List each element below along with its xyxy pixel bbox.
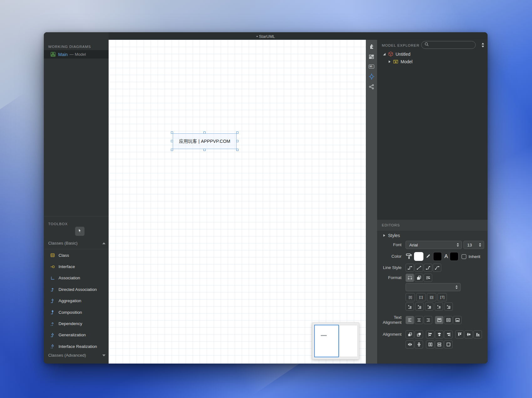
minimap[interactable] <box>312 323 359 359</box>
layout-grid-icon[interactable] <box>368 53 375 60</box>
resize-handle-nw[interactable] <box>171 132 173 134</box>
model-folder-icon <box>393 59 398 64</box>
same-height-button[interactable] <box>426 340 434 349</box>
font-color-icon[interactable]: A <box>444 253 448 260</box>
interface-realization-icon <box>50 344 55 349</box>
section-label: Classes (Basic) <box>48 241 78 246</box>
align-left-edges-button[interactable] <box>426 330 434 339</box>
model-search[interactable] <box>421 41 476 49</box>
toolbox-item-interface[interactable]: Interface <box>44 261 109 272</box>
titlebar[interactable]: • StarUML <box>44 32 488 40</box>
extensions-icon[interactable] <box>368 43 375 50</box>
distribute-vertically-button[interactable] <box>415 340 423 349</box>
display-option-row-2 <box>377 302 488 311</box>
tree-expanded-icon[interactable] <box>383 53 386 55</box>
fill-color-swatch[interactable] <box>414 252 423 261</box>
inherit-checkbox[interactable] <box>462 254 466 259</box>
line-style-oblique-button[interactable] <box>415 264 423 272</box>
show-namespace-button[interactable]: [□] <box>416 293 426 301</box>
distribute-horizontally-button[interactable] <box>406 340 414 349</box>
hide-history-button[interactable] <box>425 302 433 311</box>
hide-operations-button[interactable] <box>415 302 424 311</box>
line-style-label: Line Style <box>377 265 402 270</box>
text-valign-middle-button[interactable] <box>444 316 453 324</box>
toolbox-item-label: Dependency <box>59 321 82 326</box>
text-align-left-button[interactable] <box>406 316 414 324</box>
format-show-duplicate-button[interactable] <box>415 274 423 282</box>
toolbox-item-interface-realization[interactable]: Interface Realization <box>44 341 109 352</box>
resize-handle-s[interactable] <box>203 149 206 151</box>
tree-item-label: Untitled <box>396 52 410 57</box>
align-bottom-edges-button[interactable] <box>473 330 482 339</box>
align-top-edges-button[interactable] <box>455 330 464 339</box>
toolbox-item-dependency[interactable]: Dependency <box>44 318 109 329</box>
text-align-right-button[interactable] <box>424 316 432 324</box>
format-word-wrap-button[interactable] <box>424 274 432 282</box>
alignment-row-2 <box>377 340 488 349</box>
line-color-swatch[interactable] <box>433 252 442 261</box>
sort-toggle-icon[interactable] <box>480 42 485 48</box>
resize-handle-n[interactable] <box>203 132 206 134</box>
toolbox-item-class[interactable]: Class <box>44 250 109 261</box>
hide-box-button[interactable] <box>444 302 453 311</box>
markdown-icon[interactable]: M↓ <box>368 63 375 70</box>
same-size-button[interactable] <box>444 340 453 349</box>
text-valign-top-button[interactable] <box>435 316 443 324</box>
text-align-center-button[interactable] <box>415 316 423 324</box>
tree-item-model[interactable]: Model <box>377 58 488 65</box>
styles-section-toggle[interactable]: Styles <box>383 232 488 239</box>
send-to-back-button[interactable] <box>415 330 423 339</box>
toolbox-item-label: Generalization <box>59 333 86 337</box>
project-cube-icon <box>388 51 393 57</box>
selected-text-element[interactable]: 应用玩客 | APPPVP.COM <box>173 133 237 149</box>
font-size-select[interactable]: 13 <box>463 241 484 249</box>
toolbox-item-label: Interface Realization <box>59 344 97 349</box>
text-valign-bottom-button[interactable] <box>453 316 462 324</box>
resize-handle-se[interactable] <box>236 149 238 151</box>
toolbox-section-classes-basic[interactable]: Classes (Basic) <box>48 241 105 246</box>
show-parameters-button[interactable]: [()] <box>427 293 436 301</box>
line-style-row: Line Style <box>377 264 488 272</box>
show-type-button[interactable]: [:T] <box>437 293 447 301</box>
minimap-next-page[interactable] <box>340 325 357 357</box>
tree-collapsed-icon[interactable] <box>389 60 391 63</box>
resize-handle-e[interactable] <box>236 140 238 142</box>
show-stereotype-button[interactable]: [‡] <box>406 293 415 301</box>
fill-color-icon[interactable] <box>406 253 412 261</box>
stereotype-display-select[interactable] <box>406 283 461 291</box>
format-show-shadow-button[interactable] <box>406 274 414 282</box>
resize-handle-w[interactable] <box>171 140 173 142</box>
search-input[interactable] <box>431 42 470 48</box>
interface-icon <box>50 264 55 269</box>
line-style-curve-button[interactable] <box>433 264 441 272</box>
font-color-swatch[interactable] <box>450 252 458 261</box>
align-middle-horizontal-button[interactable] <box>464 330 473 339</box>
line-style-rectilinear-button[interactable] <box>406 264 414 272</box>
line-color-icon[interactable] <box>425 253 431 260</box>
diagram-canvas[interactable]: 应用玩客 | APPPVP.COM <box>109 40 366 364</box>
font-family-select[interactable]: Arial <box>406 241 462 249</box>
tree-item-untitled[interactable]: Untitled <box>377 50 488 58</box>
line-style-rounded-rect-button[interactable] <box>424 264 432 272</box>
resize-handle-ne[interactable] <box>236 132 238 134</box>
diagram-item-main[interactable]: Main — Model <box>44 50 109 59</box>
minimap-current-page[interactable] <box>314 325 339 357</box>
toolbox-item-directed-association[interactable]: Directed Association <box>44 284 109 295</box>
hide-diamond-button[interactable] <box>435 302 443 311</box>
toolbox-item-association[interactable]: Association <box>44 272 109 284</box>
bring-to-front-button[interactable] <box>406 330 414 339</box>
toolbox-section-classes-advanced[interactable]: Classes (Advanced) <box>48 353 105 358</box>
hide-visibility-button[interactable] <box>406 302 414 311</box>
move-view-icon[interactable] <box>368 73 375 80</box>
share-icon[interactable] <box>368 83 375 90</box>
resize-handle-sw[interactable] <box>171 149 173 151</box>
toolbox-item-generalization[interactable]: Generalization <box>44 329 109 341</box>
select-tool-button[interactable] <box>75 227 84 236</box>
align-center-vertical-button[interactable] <box>435 330 443 339</box>
align-right-edges-button[interactable] <box>444 330 453 339</box>
toolbox-item-aggregation[interactable]: Aggregation <box>44 295 109 307</box>
class-diagram-icon <box>50 52 56 57</box>
right-icon-strip: M↓ <box>366 40 377 364</box>
same-width-button[interactable] <box>435 340 443 349</box>
toolbox-item-composition[interactable]: Composition <box>44 307 109 318</box>
